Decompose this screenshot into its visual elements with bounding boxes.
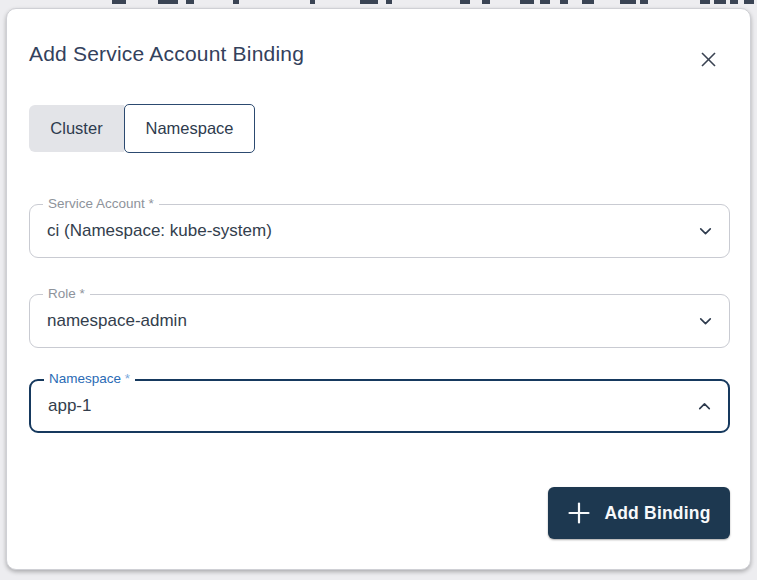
scope-tab-group: Cluster Namespace [29,104,255,153]
chevron-up-icon [696,398,713,415]
dialog-title: Add Service Account Binding [29,42,304,66]
add-service-account-binding-dialog: Add Service Account Binding Cluster Name… [6,8,751,570]
namespace-value: app-1 [48,396,91,416]
service-account-value: ci (Namespace: kube-system) [47,221,272,241]
page-background: Add Service Account Binding Cluster Name… [0,0,757,580]
service-account-label: Service Account * [43,196,159,211]
namespace-label: Namespace * [44,371,135,386]
add-binding-label: Add Binding [604,503,710,524]
service-account-select[interactable]: Service Account * ci (Namespace: kube-sy… [29,204,730,258]
tab-namespace[interactable]: Namespace [124,104,255,153]
tab-namespace-label: Namespace [145,119,233,138]
add-binding-button[interactable]: Add Binding [548,487,730,539]
backdrop-fragments [0,0,757,8]
tab-cluster-label: Cluster [50,119,102,138]
plus-icon [567,501,591,525]
tab-cluster[interactable]: Cluster [29,105,124,152]
close-icon [700,51,717,68]
role-label: Role * [43,286,90,301]
chevron-down-icon [697,313,714,330]
namespace-select[interactable]: Namespace * app-1 [29,379,730,433]
role-select[interactable]: Role * namespace-admin [29,294,730,348]
role-value: namespace-admin [47,311,187,331]
chevron-down-icon [697,223,714,240]
close-button[interactable] [695,46,721,72]
